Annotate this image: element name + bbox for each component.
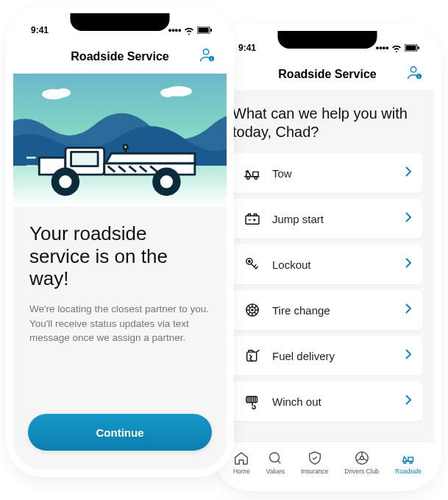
values-icon (267, 450, 283, 466)
phone-left: 9:41 ●●●● Roadside Service i (13, 13, 227, 470)
svg-rect-26 (253, 172, 258, 177)
svg-rect-2 (210, 29, 212, 32)
option-label: Fuel delivery (272, 350, 405, 362)
fuel-delivery-icon (243, 346, 262, 365)
right-body: What can we help you with today, Chad? T… (221, 91, 434, 424)
svg-rect-40 (408, 457, 413, 462)
svg-point-9 (160, 88, 175, 97)
svg-point-23 (410, 66, 416, 71)
svg-point-7 (56, 88, 71, 97)
tire-change-icon (243, 300, 262, 320)
svg-point-3 (203, 49, 208, 54)
winch-out-icon (243, 392, 262, 411)
option-label: Tow (272, 167, 405, 180)
clouds-icon (13, 82, 227, 112)
tab-values[interactable]: Values (266, 450, 285, 475)
tab-home[interactable]: Home (233, 450, 250, 475)
roadside-icon (400, 450, 416, 466)
chevron-right-icon (405, 258, 412, 271)
tab-drivers-club[interactable]: Drivers Club (344, 450, 379, 475)
svg-rect-22 (418, 46, 419, 49)
svg-point-28 (255, 177, 257, 180)
navbar: Roadside Service i (221, 57, 434, 91)
lockout-icon (243, 255, 262, 274)
battery-icon (405, 44, 419, 52)
headline: Your roadside service is on the way! (29, 222, 210, 290)
option-winch-out[interactable]: Winch out (232, 381, 422, 421)
svg-point-37 (270, 452, 280, 462)
profile-icon[interactable]: i (406, 65, 422, 84)
chevron-right-icon (405, 349, 412, 362)
continue-label: Continue (96, 426, 144, 439)
left-body: Your roadside service is on the way! We'… (13, 206, 227, 353)
option-label: Jump start (272, 213, 405, 225)
svg-rect-11 (104, 163, 195, 175)
navbar: Roadside Service i (13, 40, 227, 74)
tab-label: Values (266, 468, 285, 475)
option-lockout[interactable]: Lockout (232, 244, 422, 284)
tab-label: Roadside (395, 468, 422, 475)
option-label: Winch out (272, 395, 405, 408)
svg-point-27 (247, 177, 250, 180)
subcopy: We're locating the closest partner to yo… (29, 302, 210, 345)
jump-start-icon (243, 209, 262, 228)
wifi-icon (391, 44, 402, 52)
profile-icon[interactable]: i (199, 47, 215, 66)
tabbar: Home Values Insurance Drivers Club Roads… (221, 441, 434, 484)
insurance-icon (307, 450, 323, 466)
option-fuel-delivery[interactable]: Fuel delivery (232, 336, 422, 376)
svg-rect-29 (246, 216, 259, 224)
hero-illustration (13, 74, 227, 206)
notch (71, 13, 170, 31)
chevron-right-icon (405, 212, 412, 225)
tab-label: Insurance (301, 468, 328, 475)
svg-point-31 (249, 261, 251, 263)
chevron-right-icon (405, 166, 412, 180)
status-time: 9:41 (31, 25, 49, 35)
status-icons: ●●●● (168, 27, 212, 35)
svg-point-17 (160, 175, 173, 188)
option-label: Lockout (272, 258, 405, 271)
svg-point-34 (252, 309, 253, 311)
status-time: 9:41 (238, 43, 256, 53)
phone-right: 9:41 ●●●● Roadside Service i What can we… (221, 31, 434, 484)
tab-insurance[interactable]: Insurance (301, 450, 328, 475)
svg-point-41 (404, 461, 406, 463)
notch (278, 31, 377, 49)
tab-label: Drivers Club (344, 468, 379, 475)
continue-button[interactable]: Continue (28, 414, 212, 451)
option-tire-change[interactable]: Tire change (232, 290, 422, 330)
drivers-club-icon (354, 450, 370, 466)
chevron-right-icon (405, 303, 412, 317)
option-jump-start[interactable]: Jump start (232, 199, 422, 239)
signal-icon: ●●●● (168, 27, 181, 34)
service-options: Tow Jump start Lockout (232, 153, 422, 421)
svg-rect-21 (406, 46, 416, 51)
signal-icon: ●●●● (375, 44, 388, 52)
svg-rect-1 (199, 28, 209, 33)
tab-label: Home (233, 468, 250, 475)
wifi-icon (184, 27, 194, 35)
svg-point-42 (410, 461, 412, 463)
svg-point-13 (124, 145, 128, 149)
option-label: Tire change (272, 304, 405, 317)
chevron-right-icon (405, 395, 412, 408)
tow-icon (243, 163, 262, 183)
help-prompt: What can we help you with today, Chad? (232, 105, 422, 141)
navbar-title: Roadside Service (71, 50, 168, 63)
option-tow[interactable]: Tow (232, 153, 422, 193)
tow-truck-icon (26, 122, 210, 200)
home-icon (233, 450, 249, 466)
status-icons: ●●●● (375, 44, 419, 52)
tab-roadside[interactable]: Roadside (395, 450, 422, 475)
battery-icon (197, 27, 212, 34)
svg-point-15 (59, 175, 71, 188)
navbar-title: Roadside Service (278, 68, 376, 81)
